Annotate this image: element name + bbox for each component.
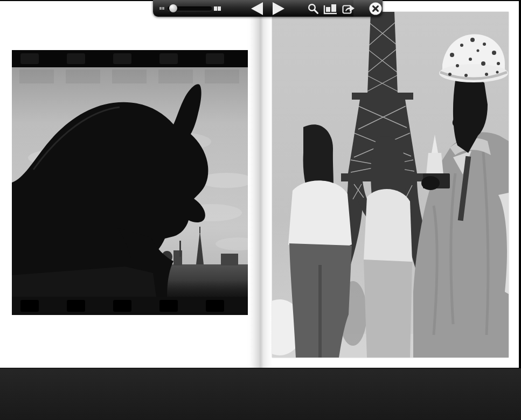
book-spread (0, 1, 519, 368)
triangle-left-icon (250, 2, 264, 16)
magnifier-icon (307, 3, 319, 15)
search-button[interactable] (307, 3, 319, 15)
large-thumbnails-icon (214, 6, 221, 11)
close-zone-highlight (353, 0, 383, 17)
gargoyle-photo (12, 50, 248, 315)
pages-icon (323, 3, 338, 15)
viewer-stage (0, 0, 521, 420)
thumbnail-size-slider[interactable] (168, 6, 212, 11)
slider-knob[interactable] (169, 4, 177, 12)
triangle-right-icon (272, 2, 286, 16)
previous-page-button[interactable] (250, 2, 264, 16)
small-thumbnails-icon (159, 7, 164, 10)
eiffel-seller-photo (272, 12, 509, 358)
pages-view-button[interactable] (323, 3, 338, 15)
filmstrip (0, 368, 521, 420)
next-page-button[interactable] (272, 2, 286, 16)
toolbar (153, 0, 383, 17)
